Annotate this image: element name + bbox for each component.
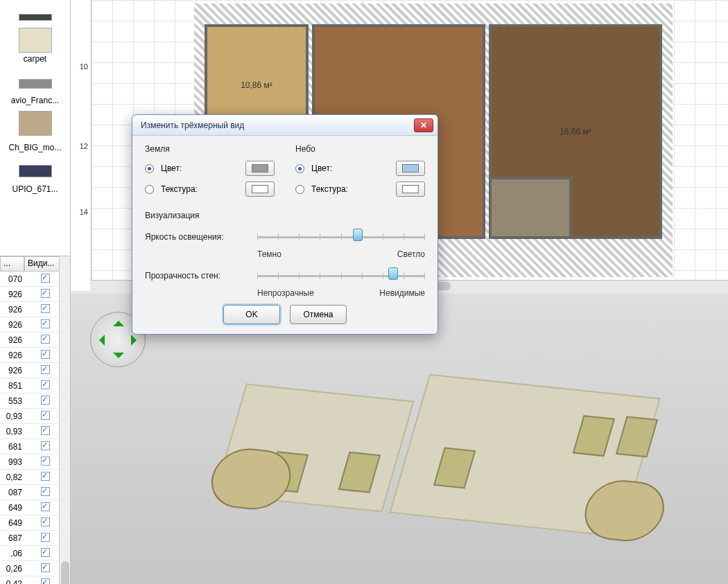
sky-header: Небо xyxy=(295,144,425,154)
3d-view[interactable] xyxy=(71,294,728,584)
visibility-checkbox[interactable] xyxy=(41,304,50,313)
visibility-checkbox[interactable] xyxy=(41,563,50,572)
catalog-item[interactable]: carpet xyxy=(0,25,70,67)
transparency-right-label: Невидимые xyxy=(379,288,425,298)
nav-down-icon[interactable] xyxy=(113,353,124,364)
ruler-mark: 10 xyxy=(80,62,88,71)
transparency-slider[interactable] xyxy=(257,266,425,285)
visibility-checkbox[interactable] xyxy=(41,289,50,298)
table-cell-value: 926 xyxy=(0,366,24,375)
ok-button[interactable]: OK xyxy=(223,305,280,324)
ground-header: Земля xyxy=(145,144,275,154)
visibility-checkbox[interactable] xyxy=(41,365,50,374)
ground-color-label: Цвет: xyxy=(161,163,182,173)
modify-3d-view-dialog: Изменить трёхмерный вид ✕ Земля Цвет: Те… xyxy=(132,114,438,335)
transparency-label: Прозрачность стен: xyxy=(145,271,249,281)
table-cell-value: 926 xyxy=(0,290,24,299)
dialog-title-text: Изменить трёхмерный вид xyxy=(141,121,244,130)
visibility-checkbox[interactable] xyxy=(41,457,50,466)
ground-texture-button[interactable] xyxy=(245,182,275,197)
brightness-left-label: Темно xyxy=(257,249,281,259)
sky-texture-label: Текстура: xyxy=(311,184,348,194)
nav-right-icon[interactable] xyxy=(131,335,142,346)
visualization-header: Визуализация xyxy=(145,211,425,220)
object-table-panel: ... Види... 0709269269269269269268515530… xyxy=(0,256,71,584)
table-cell-value: 926 xyxy=(0,351,24,360)
visibility-checkbox[interactable] xyxy=(41,548,50,557)
visibility-checkbox[interactable] xyxy=(41,487,50,496)
nav-up-icon[interactable] xyxy=(113,315,124,326)
furniture-catalog-panel: carpet avio_Franc... Ch_BIG_mo... UPIO_6… xyxy=(0,0,71,256)
visibility-checkbox[interactable] xyxy=(41,335,50,344)
catalog-item[interactable]: Ch_BIG_mo... xyxy=(0,140,70,155)
table-cell-value: 926 xyxy=(0,335,24,345)
sky-color-radio[interactable] xyxy=(295,164,304,173)
table-cell-value: 0,82 xyxy=(0,472,24,482)
table-cell-value: 681 xyxy=(0,442,24,452)
visibility-checkbox[interactable] xyxy=(41,502,50,511)
table-cell-value: 649 xyxy=(0,503,24,513)
table-cell-value: 926 xyxy=(0,320,24,330)
visibility-checkbox[interactable] xyxy=(41,319,50,328)
visibility-checkbox[interactable] xyxy=(41,274,50,283)
visibility-checkbox[interactable] xyxy=(41,411,50,420)
table-vertical-scrollbar[interactable] xyxy=(59,256,70,584)
nav-left-icon[interactable] xyxy=(94,335,105,346)
sky-texture-radio[interactable] xyxy=(295,185,304,194)
table-col1-header[interactable]: ... xyxy=(0,256,24,272)
catalog-item[interactable] xyxy=(0,108,70,140)
table-cell-value: 553 xyxy=(0,396,24,406)
catalog-item[interactable] xyxy=(0,155,70,182)
brightness-right-label: Светло xyxy=(397,249,425,259)
visibility-checkbox[interactable] xyxy=(41,396,50,405)
visibility-checkbox[interactable] xyxy=(41,350,50,359)
catalog-item[interactable] xyxy=(0,67,70,93)
room-area-label: 10,86 м² xyxy=(241,80,272,90)
ground-color-radio[interactable] xyxy=(145,164,154,173)
table-cell-value: 0,42 xyxy=(0,579,24,585)
ruler-mark: 14 xyxy=(80,208,88,216)
catalog-item[interactable]: UPIO_671... xyxy=(0,182,70,197)
sky-color-button[interactable] xyxy=(396,161,425,176)
brightness-slider-thumb[interactable] xyxy=(353,229,363,241)
visibility-checkbox[interactable] xyxy=(41,426,50,435)
table-cell-value: 993 xyxy=(0,457,24,467)
table-cell-value: 0,93 xyxy=(0,427,24,436)
sky-options-group: Небо Цвет: Текстура: xyxy=(295,144,425,202)
ground-color-button[interactable] xyxy=(245,161,275,176)
brightness-slider[interactable] xyxy=(257,227,425,247)
table-cell-value: 926 xyxy=(0,305,24,315)
catalog-item[interactable]: avio_Franc... xyxy=(0,93,70,108)
dialog-titlebar[interactable]: Изменить трёхмерный вид ✕ xyxy=(132,115,437,136)
vertical-ruler: 10 12 14 xyxy=(71,0,92,291)
cancel-button[interactable]: Отмена xyxy=(290,305,347,324)
table-cell-value: ,06 xyxy=(0,549,24,558)
catalog-item[interactable] xyxy=(0,0,70,25)
ground-texture-radio[interactable] xyxy=(145,185,154,194)
transparency-left-label: Непрозрачные xyxy=(257,288,314,298)
ground-options-group: Земля Цвет: Текстура: xyxy=(145,144,275,202)
visibility-checkbox[interactable] xyxy=(41,578,50,585)
table-cell-value: 087 xyxy=(0,488,24,497)
table-cell-value: 687 xyxy=(0,533,24,543)
visibility-checkbox[interactable] xyxy=(41,472,50,481)
visibility-checkbox[interactable] xyxy=(41,441,50,450)
ruler-mark: 12 xyxy=(80,142,88,150)
table-cell-value: 0,93 xyxy=(0,412,24,421)
table-cell-value: 070 xyxy=(0,274,24,284)
ground-texture-label: Текстура: xyxy=(161,184,198,194)
room[interactable] xyxy=(489,177,572,239)
visibility-checkbox[interactable] xyxy=(41,380,50,389)
table-cell-value: 851 xyxy=(0,381,24,391)
dialog-close-button[interactable]: ✕ xyxy=(414,118,433,132)
sky-texture-button[interactable] xyxy=(396,182,425,197)
visibility-checkbox[interactable] xyxy=(41,517,50,527)
table-cell-value: 0,26 xyxy=(0,564,24,574)
brightness-label: Яркость освещения: xyxy=(145,232,249,242)
transparency-slider-thumb[interactable] xyxy=(388,267,398,280)
room-area-label: 16,66 м² xyxy=(560,127,591,136)
sky-color-label: Цвет: xyxy=(311,163,332,173)
house-3d-model xyxy=(202,355,653,578)
table-cell-value: 649 xyxy=(0,518,24,528)
visibility-checkbox[interactable] xyxy=(41,533,50,542)
